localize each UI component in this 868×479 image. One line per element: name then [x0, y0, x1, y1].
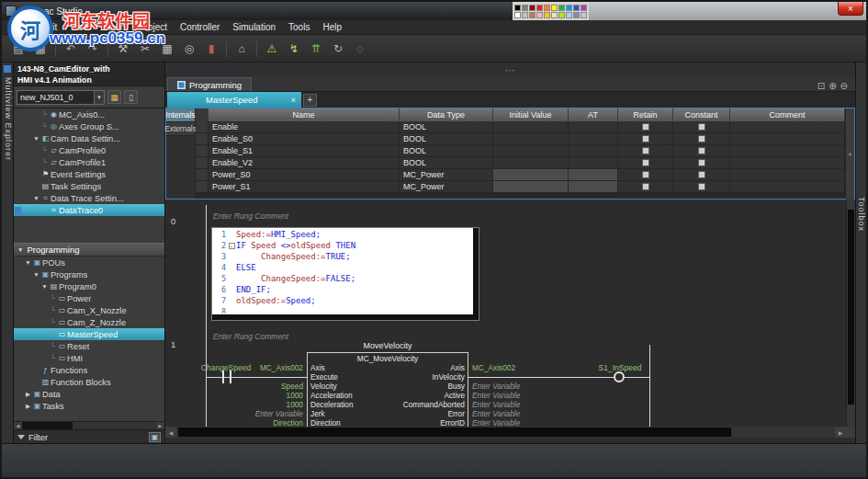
fold-toggle[interactable]: - [227, 243, 236, 249]
zoom-out-icon[interactable]: ⊖ [840, 81, 848, 91]
fb-output-operand[interactable] [472, 372, 610, 382]
controller-status-button[interactable]: ▦ [107, 90, 121, 104]
title-bar[interactable]: Sysmac Studio × [2, 2, 866, 20]
tree-item-functions[interactable]: ƒFunctions [14, 364, 164, 376]
check-program-button[interactable]: ⚠ [262, 39, 282, 59]
rung-0-comment[interactable]: Enter Rung Comment [213, 211, 288, 221]
multiview-explorer-strip[interactable]: Multiview Explorer [2, 63, 14, 443]
menu-edit[interactable]: Edit [35, 22, 63, 32]
retain-checkbox[interactable] [642, 171, 649, 178]
st-code-line[interactable]: 3 ChangeSpeed:=TRUE; [212, 251, 472, 262]
cell-comment[interactable] [730, 169, 845, 181]
cell-constant[interactable] [673, 121, 730, 133]
st-horizontal-scrollbar[interactable] [212, 314, 473, 320]
constant-checkbox[interactable] [698, 123, 705, 131]
cell-data-type[interactable]: MC_Power [400, 169, 493, 181]
tree-item-power[interactable]: └▭Power [14, 292, 164, 304]
fb-input-operand[interactable]: MC_Axis002 [200, 363, 303, 372]
scroll-right-button[interactable]: ▶ [156, 422, 164, 429]
fb-output-operand[interactable]: Enter Variable [472, 391, 610, 400]
panel-split-button[interactable]: ▯ [124, 90, 138, 104]
scroll-left-button[interactable]: ◀ [165, 427, 176, 438]
monitor-button[interactable]: ◌ [350, 39, 370, 59]
tree-expander-icon[interactable]: ▶ [24, 403, 32, 410]
ladder-editor[interactable]: 0 Enter Rung Comment 1Speed:=HMI_Speed;2… [165, 200, 855, 443]
row-selector[interactable] [196, 157, 209, 169]
menu-help[interactable]: Help [316, 22, 348, 32]
constant-checkbox[interactable] [698, 183, 705, 190]
retain-checkbox[interactable] [642, 183, 649, 190]
variable-table-button[interactable]: ▦ [157, 39, 177, 59]
scroll-left-button[interactable]: ◀ [14, 422, 22, 429]
ladder-horizontal-scrollbar[interactable]: ◀ ▶ [165, 427, 846, 438]
st-inline-editor[interactable]: 1Speed:=HMI_Speed;2-IF Speed <>oldSpeed … [211, 227, 479, 321]
scrollbar-track[interactable] [176, 427, 835, 438]
menu-view[interactable]: View [63, 22, 96, 32]
redo-button[interactable]: ↷ [83, 39, 103, 59]
cell-constant[interactable] [673, 145, 730, 157]
splitter-dots-icon[interactable]: ⋯ [165, 63, 855, 77]
tree-item-tasks[interactable]: ▶▣Tasks [14, 400, 164, 412]
fb-input-operand[interactable]: 1000 [200, 391, 303, 400]
cell-data-type[interactable]: BOOL [400, 133, 493, 145]
collapse-arrow-icon[interactable]: ▼ [17, 246, 23, 253]
cell-at[interactable] [569, 133, 618, 145]
wrench-button[interactable]: ⚒ [113, 39, 133, 59]
chevron-down-icon[interactable]: ▼ [94, 91, 104, 104]
menu-simulation[interactable]: Simulation [226, 22, 282, 32]
cell-name[interactable]: Power_S1 [209, 181, 400, 193]
rung-0-number[interactable]: 0 [171, 216, 175, 226]
row-selector[interactable] [196, 169, 209, 181]
scrollbar-track[interactable] [22, 422, 156, 429]
rebuild-button[interactable]: ↯ [284, 39, 304, 59]
tree-item-cam-z-nozzle[interactable]: └▭Cam_Z_Nozzle [14, 316, 164, 328]
tab-externals[interactable]: Externals [166, 122, 195, 136]
tree-item-program0[interactable]: ▼▤Program0 [14, 280, 164, 292]
rung-1-number[interactable]: 1 [171, 339, 175, 349]
cell-name[interactable]: Enable [209, 121, 400, 133]
function-block[interactable]: MC_MoveVelocity AxisAxisExecuteInVelocit… [307, 352, 468, 431]
fb-input-operand[interactable]: 1000 [200, 400, 303, 409]
tree-item-camprofile1[interactable]: └▱CamProfile1 [14, 156, 164, 168]
menu-tools[interactable]: Tools [282, 22, 316, 32]
column-header-retain[interactable]: Retain [618, 108, 673, 121]
tree-item-programs[interactable]: ▼▣Programs [14, 268, 164, 280]
fb-input-operand[interactable] [200, 372, 303, 382]
column-header-name[interactable]: Name [209, 108, 400, 121]
close-button[interactable]: × [838, 2, 863, 16]
row-selector[interactable] [196, 121, 209, 133]
cell-retain[interactable] [618, 133, 673, 145]
cell-at[interactable] [569, 169, 618, 181]
tree-item-mc-axis0[interactable]: └◉MC_Axis0... [14, 108, 164, 120]
cell-at[interactable] [569, 121, 618, 133]
tree-item-datatrace0[interactable]: └≈DataTrace0 [14, 204, 164, 216]
st-code-line[interactable]: 2-IF Speed <>oldSpeed THEN [212, 240, 472, 251]
fit-page-icon[interactable]: ⊡ [817, 81, 825, 91]
tree-item-axes-group-s[interactable]: └◎Axes Group S... [14, 120, 164, 132]
table-row[interactable]: Enable_S0BOOL [196, 133, 845, 145]
constant-checkbox[interactable] [698, 159, 705, 166]
fb-output-operand[interactable]: Enter Variable [472, 409, 610, 418]
cell-data-type[interactable]: MC_Power [400, 181, 493, 193]
filter-settings-button[interactable]: ▣ [149, 432, 161, 442]
row-selector[interactable] [196, 133, 209, 145]
cell-constant[interactable] [673, 157, 730, 169]
retain-checkbox[interactable] [642, 159, 649, 166]
toolbox-strip[interactable]: Toolbox [855, 63, 866, 443]
cell-at[interactable] [569, 181, 618, 193]
cell-constant[interactable] [673, 181, 730, 193]
table-vertical-scrollbar[interactable]: ▲ ▼ [845, 108, 854, 199]
tree-item-task-settings[interactable]: ▤Task Settings [14, 180, 164, 192]
st-code-line[interactable]: 8 [212, 306, 472, 314]
tree-expander-icon[interactable]: ▼ [24, 259, 32, 266]
cell-retain[interactable] [618, 157, 673, 169]
cell-initial-value[interactable] [493, 181, 569, 193]
tree-expander-icon[interactable]: ▼ [32, 271, 40, 278]
cell-comment[interactable] [730, 133, 845, 145]
st-vertical-scrollbar[interactable] [473, 228, 479, 320]
add-tab-button[interactable]: + [303, 94, 317, 107]
tab-programming[interactable]: Programming [167, 77, 252, 91]
menu-project[interactable]: Project [132, 22, 174, 32]
cell-retain[interactable] [618, 145, 673, 157]
table-row[interactable]: Enable_S1BOOL [196, 145, 845, 157]
